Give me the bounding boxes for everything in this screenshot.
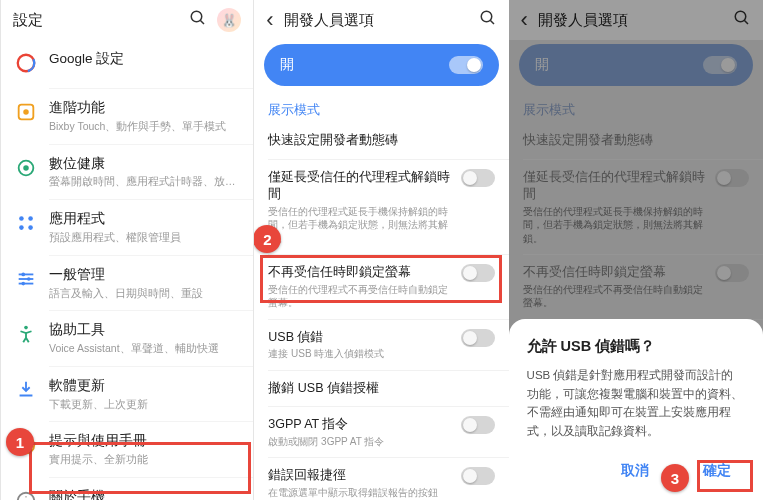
option-row[interactable]: 不再受信任時即鎖定螢幕受信任的代理程式不再受信任時自動鎖定螢幕。 bbox=[254, 255, 508, 319]
option-label: 錯誤回報捷徑 bbox=[268, 467, 450, 485]
list-item-sub: Bixby Touch、動作與手勢、單手模式 bbox=[49, 119, 239, 134]
settings-panel: 設定 🐰 Google 設定 進階功能Bixby Touch、動作與手勢、單手模… bbox=[0, 0, 254, 500]
option-label: 撤銷 USB 偵錯授權 bbox=[268, 380, 494, 398]
confirm-dialog-panel: ‹ 開發人員選項 開 展示模式 快速設定開發者動態磚 僅延長受信任的代理程式解鎖… bbox=[509, 0, 763, 500]
page-title: 開發人員選項 bbox=[284, 11, 469, 30]
search-icon[interactable] bbox=[479, 9, 497, 31]
toggle-off-icon[interactable] bbox=[461, 329, 495, 347]
cancel-button[interactable]: 取消 bbox=[611, 456, 659, 486]
accessibility-icon bbox=[15, 323, 37, 345]
svg-point-7 bbox=[23, 165, 29, 171]
general-icon bbox=[15, 268, 37, 290]
list-item-sub: 螢幕開啟時間、應用程式計時器、放鬆模式 bbox=[49, 174, 239, 189]
option-label: 3GPP AT 指令 bbox=[268, 416, 450, 434]
topbar: ‹ 開發人員選項 bbox=[254, 0, 508, 40]
svg-line-1 bbox=[201, 20, 205, 24]
option-row[interactable]: 撤銷 USB 偵錯授權 bbox=[254, 371, 508, 407]
dialog-title: 允許 USB 偵錯嗎？ bbox=[527, 337, 745, 356]
toggle-off-icon[interactable] bbox=[461, 467, 495, 485]
list-item[interactable]: 關於手機狀態、法律資訊、手機名稱 bbox=[1, 478, 253, 500]
page-title: 設定 bbox=[13, 11, 179, 30]
svg-point-16 bbox=[27, 277, 31, 281]
list-item-sub: 語言及輸入、日期與時間、重設 bbox=[49, 286, 239, 301]
toggle-on-icon bbox=[449, 56, 483, 74]
list-item[interactable]: 應用程式預設應用程式、權限管理員 bbox=[1, 200, 253, 255]
list-item[interactable]: 數位健康螢幕開啟時間、應用程式計時器、放鬆模式 bbox=[1, 145, 253, 200]
svg-point-8 bbox=[19, 216, 24, 221]
option-row[interactable]: 僅延長受信任的代理程式解鎖時間受信任的代理程式延長手機保持解鎖的時間，但若手機為… bbox=[254, 160, 508, 255]
svg-point-9 bbox=[28, 216, 33, 221]
google-icon bbox=[15, 52, 37, 74]
list-item-sub: 預設應用程式、權限管理員 bbox=[49, 230, 239, 245]
update-icon bbox=[15, 379, 37, 401]
list-item-label: 應用程式 bbox=[49, 210, 239, 229]
option-label: USB 偵錯 bbox=[268, 329, 450, 347]
avatar[interactable]: 🐰 bbox=[217, 8, 241, 32]
apps-icon bbox=[15, 212, 37, 234]
toggle-off-icon[interactable] bbox=[461, 264, 495, 282]
svg-point-5 bbox=[23, 109, 29, 115]
master-toggle[interactable]: 開 bbox=[264, 44, 498, 86]
svg-point-15 bbox=[21, 272, 25, 276]
health-icon bbox=[15, 157, 37, 179]
list-item-sub: Voice Assistant、單聲道、輔助快選 bbox=[49, 341, 239, 356]
toggle-off-icon[interactable] bbox=[461, 169, 495, 187]
option-sub: 連接 USB 時進入偵錯模式 bbox=[268, 347, 450, 361]
list-item-label: 數位健康 bbox=[49, 155, 239, 174]
about-icon bbox=[15, 490, 37, 500]
svg-point-17 bbox=[21, 281, 25, 285]
back-icon[interactable]: ‹ bbox=[266, 7, 273, 33]
svg-point-21 bbox=[18, 493, 35, 500]
option-label: 快速設定開發者動態磚 bbox=[268, 132, 494, 150]
list-item-label: 一般管理 bbox=[49, 266, 239, 285]
svg-line-25 bbox=[490, 20, 494, 24]
list-item-label: 提示與使用手冊 bbox=[49, 432, 239, 451]
usb-debug-dialog: 允許 USB 偵錯嗎？ USB 偵錯是針對應用程式開發而設計的功能，可讓您複製電… bbox=[509, 319, 763, 500]
usb-debugging-row[interactable]: USB 偵錯連接 USB 時進入偵錯模式 bbox=[254, 320, 508, 370]
section-header: 展示模式 bbox=[254, 94, 508, 123]
search-icon[interactable] bbox=[189, 9, 207, 31]
list-item-label: Google 設定 bbox=[49, 50, 239, 69]
svg-point-10 bbox=[19, 225, 24, 230]
option-sub: 在電源選單中顯示取得錯誤報告的按鈕 bbox=[268, 486, 450, 500]
list-item[interactable]: Google 設定 bbox=[1, 40, 253, 88]
option-row[interactable]: 快速設定開發者動態磚 bbox=[254, 123, 508, 159]
dialog-actions: 取消 確定 bbox=[527, 456, 745, 486]
svg-point-18 bbox=[24, 326, 28, 330]
option-row[interactable]: 錯誤回報捷徑在電源選單中顯示取得錯誤報告的按鈕 bbox=[254, 458, 508, 500]
settings-list: Google 設定 進階功能Bixby Touch、動作與手勢、單手模式 數位健… bbox=[1, 40, 253, 500]
step-badge-1: 1 bbox=[6, 428, 34, 456]
option-sub: 啟動或關閉 3GPP AT 指令 bbox=[268, 435, 450, 449]
topbar: 設定 🐰 bbox=[1, 0, 253, 40]
list-item-label: 進階功能 bbox=[49, 99, 239, 118]
option-label: 僅延長受信任的代理程式解鎖時間 bbox=[268, 169, 450, 204]
list-item-sub: 下載更新、上次更新 bbox=[49, 397, 239, 412]
developer-options-panel: ‹ 開發人員選項 開 展示模式 快速設定開發者動態磚 僅延長受信任的代理程式解鎖… bbox=[254, 0, 508, 500]
list-item-label: 軟體更新 bbox=[49, 377, 239, 396]
list-item[interactable]: 軟體更新下載更新、上次更新 bbox=[1, 367, 253, 422]
dialog-body: USB 偵錯是針對應用程式開發而設計的功能，可讓您複製電腦和裝置中的資料、不需經… bbox=[527, 366, 745, 440]
list-item[interactable]: ? 提示與使用手冊實用提示、全新功能 bbox=[1, 422, 253, 477]
toggle-off-icon[interactable] bbox=[461, 416, 495, 434]
advanced-icon bbox=[15, 101, 37, 123]
list-item[interactable]: 協助工具Voice Assistant、單聲道、輔助快選 bbox=[1, 311, 253, 366]
list-item-sub: 實用提示、全新功能 bbox=[49, 452, 239, 467]
option-row[interactable]: 3GPP AT 指令啟動或關閉 3GPP AT 指令 bbox=[254, 407, 508, 457]
step-badge-3: 3 bbox=[661, 464, 689, 492]
master-toggle-label: 開 bbox=[280, 56, 294, 74]
option-label: 不再受信任時即鎖定螢幕 bbox=[268, 264, 450, 282]
option-sub: 受信任的代理程式延長手機保持解鎖的時間，但若手機為鎖定狀態，則無法將其解鎖。 bbox=[268, 205, 450, 246]
list-item-label: 協助工具 bbox=[49, 321, 239, 340]
list-item[interactable]: 進階功能Bixby Touch、動作與手勢、單手模式 bbox=[1, 89, 253, 144]
list-item[interactable]: 一般管理語言及輸入、日期與時間、重設 bbox=[1, 256, 253, 311]
svg-point-0 bbox=[192, 11, 203, 22]
svg-point-11 bbox=[28, 225, 33, 230]
ok-button[interactable]: 確定 bbox=[693, 456, 741, 486]
svg-point-24 bbox=[481, 11, 492, 22]
list-item-label: 關於手機 bbox=[49, 488, 239, 500]
option-sub: 受信任的代理程式不再受信任時自動鎖定螢幕。 bbox=[268, 283, 450, 310]
